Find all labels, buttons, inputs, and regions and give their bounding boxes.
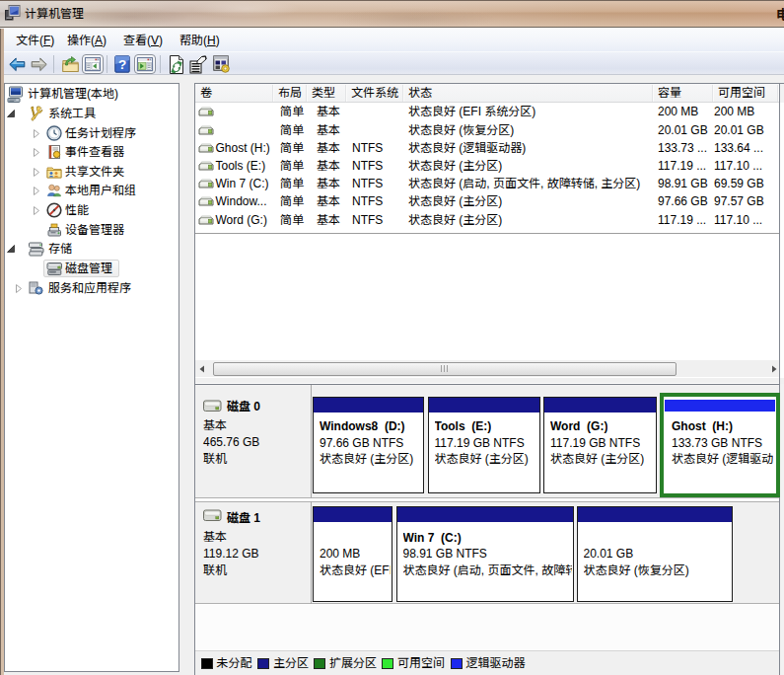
- svg-text:?: ?: [118, 57, 126, 72]
